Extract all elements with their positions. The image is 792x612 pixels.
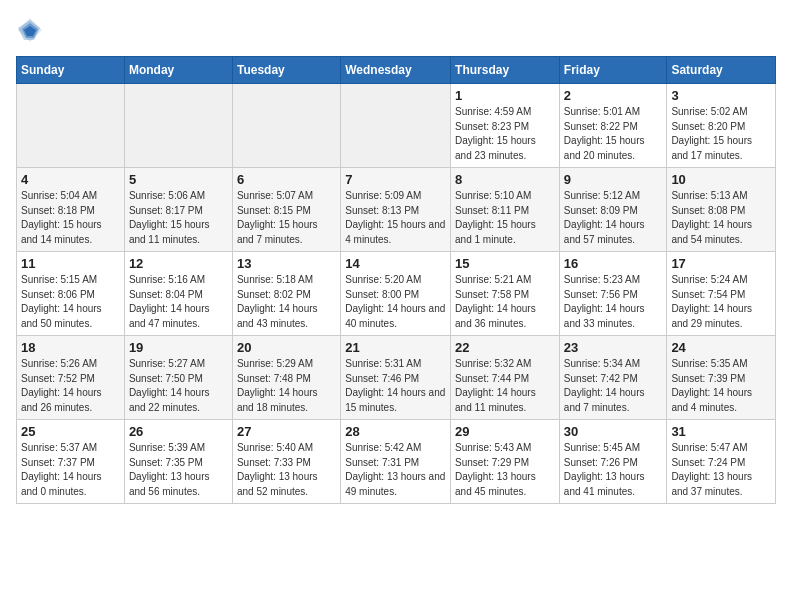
calendar-week-4: 18Sunrise: 5:26 AM Sunset: 7:52 PM Dayli…: [17, 336, 776, 420]
calendar-cell: 2Sunrise: 5:01 AM Sunset: 8:22 PM Daylig…: [559, 84, 667, 168]
calendar-week-2: 4Sunrise: 5:04 AM Sunset: 8:18 PM Daylig…: [17, 168, 776, 252]
day-number: 10: [671, 172, 771, 187]
day-detail: Sunrise: 5:18 AM Sunset: 8:02 PM Dayligh…: [237, 273, 336, 331]
day-header-monday: Monday: [124, 57, 232, 84]
day-header-saturday: Saturday: [667, 57, 776, 84]
calendar-cell: 9Sunrise: 5:12 AM Sunset: 8:09 PM Daylig…: [559, 168, 667, 252]
day-detail: Sunrise: 5:16 AM Sunset: 8:04 PM Dayligh…: [129, 273, 228, 331]
day-header-tuesday: Tuesday: [232, 57, 340, 84]
day-number: 27: [237, 424, 336, 439]
calendar-cell: 23Sunrise: 5:34 AM Sunset: 7:42 PM Dayli…: [559, 336, 667, 420]
day-number: 11: [21, 256, 120, 271]
day-detail: Sunrise: 5:06 AM Sunset: 8:17 PM Dayligh…: [129, 189, 228, 247]
calendar-cell: 5Sunrise: 5:06 AM Sunset: 8:17 PM Daylig…: [124, 168, 232, 252]
day-number: 7: [345, 172, 446, 187]
day-header-sunday: Sunday: [17, 57, 125, 84]
day-number: 19: [129, 340, 228, 355]
calendar-table: SundayMondayTuesdayWednesdayThursdayFrid…: [16, 56, 776, 504]
day-number: 8: [455, 172, 555, 187]
day-number: 20: [237, 340, 336, 355]
calendar-body: 1Sunrise: 4:59 AM Sunset: 8:23 PM Daylig…: [17, 84, 776, 504]
calendar-cell: 21Sunrise: 5:31 AM Sunset: 7:46 PM Dayli…: [341, 336, 451, 420]
calendar-cell: 24Sunrise: 5:35 AM Sunset: 7:39 PM Dayli…: [667, 336, 776, 420]
day-detail: Sunrise: 5:27 AM Sunset: 7:50 PM Dayligh…: [129, 357, 228, 415]
calendar-cell: 31Sunrise: 5:47 AM Sunset: 7:24 PM Dayli…: [667, 420, 776, 504]
calendar-cell: 26Sunrise: 5:39 AM Sunset: 7:35 PM Dayli…: [124, 420, 232, 504]
logo: [16, 16, 48, 44]
day-detail: Sunrise: 5:04 AM Sunset: 8:18 PM Dayligh…: [21, 189, 120, 247]
calendar-cell: 28Sunrise: 5:42 AM Sunset: 7:31 PM Dayli…: [341, 420, 451, 504]
day-detail: Sunrise: 5:29 AM Sunset: 7:48 PM Dayligh…: [237, 357, 336, 415]
day-number: 13: [237, 256, 336, 271]
day-detail: Sunrise: 5:40 AM Sunset: 7:33 PM Dayligh…: [237, 441, 336, 499]
day-header-friday: Friday: [559, 57, 667, 84]
calendar-week-3: 11Sunrise: 5:15 AM Sunset: 8:06 PM Dayli…: [17, 252, 776, 336]
calendar-cell: 3Sunrise: 5:02 AM Sunset: 8:20 PM Daylig…: [667, 84, 776, 168]
day-detail: Sunrise: 5:07 AM Sunset: 8:15 PM Dayligh…: [237, 189, 336, 247]
calendar-cell: 19Sunrise: 5:27 AM Sunset: 7:50 PM Dayli…: [124, 336, 232, 420]
logo-icon: [16, 16, 44, 44]
day-detail: Sunrise: 5:12 AM Sunset: 8:09 PM Dayligh…: [564, 189, 663, 247]
calendar-cell: 27Sunrise: 5:40 AM Sunset: 7:33 PM Dayli…: [232, 420, 340, 504]
calendar-header: SundayMondayTuesdayWednesdayThursdayFrid…: [17, 57, 776, 84]
day-detail: Sunrise: 5:42 AM Sunset: 7:31 PM Dayligh…: [345, 441, 446, 499]
day-detail: Sunrise: 5:02 AM Sunset: 8:20 PM Dayligh…: [671, 105, 771, 163]
day-detail: Sunrise: 5:35 AM Sunset: 7:39 PM Dayligh…: [671, 357, 771, 415]
calendar-cell: 1Sunrise: 4:59 AM Sunset: 8:23 PM Daylig…: [451, 84, 560, 168]
day-number: 28: [345, 424, 446, 439]
calendar-cell: 11Sunrise: 5:15 AM Sunset: 8:06 PM Dayli…: [17, 252, 125, 336]
day-detail: Sunrise: 5:21 AM Sunset: 7:58 PM Dayligh…: [455, 273, 555, 331]
calendar-cell: [124, 84, 232, 168]
day-detail: Sunrise: 5:26 AM Sunset: 7:52 PM Dayligh…: [21, 357, 120, 415]
day-detail: Sunrise: 5:31 AM Sunset: 7:46 PM Dayligh…: [345, 357, 446, 415]
day-number: 25: [21, 424, 120, 439]
day-number: 22: [455, 340, 555, 355]
day-detail: Sunrise: 5:37 AM Sunset: 7:37 PM Dayligh…: [21, 441, 120, 499]
calendar-cell: 30Sunrise: 5:45 AM Sunset: 7:26 PM Dayli…: [559, 420, 667, 504]
day-number: 12: [129, 256, 228, 271]
day-detail: Sunrise: 5:45 AM Sunset: 7:26 PM Dayligh…: [564, 441, 663, 499]
day-detail: Sunrise: 5:15 AM Sunset: 8:06 PM Dayligh…: [21, 273, 120, 331]
day-number: 2: [564, 88, 663, 103]
day-detail: Sunrise: 5:39 AM Sunset: 7:35 PM Dayligh…: [129, 441, 228, 499]
day-detail: Sunrise: 5:23 AM Sunset: 7:56 PM Dayligh…: [564, 273, 663, 331]
day-detail: Sunrise: 5:24 AM Sunset: 7:54 PM Dayligh…: [671, 273, 771, 331]
calendar-cell: [17, 84, 125, 168]
day-header-thursday: Thursday: [451, 57, 560, 84]
day-header-wednesday: Wednesday: [341, 57, 451, 84]
day-number: 1: [455, 88, 555, 103]
day-number: 9: [564, 172, 663, 187]
day-number: 24: [671, 340, 771, 355]
calendar-week-5: 25Sunrise: 5:37 AM Sunset: 7:37 PM Dayli…: [17, 420, 776, 504]
day-number: 31: [671, 424, 771, 439]
day-number: 26: [129, 424, 228, 439]
calendar-cell: 12Sunrise: 5:16 AM Sunset: 8:04 PM Dayli…: [124, 252, 232, 336]
day-detail: Sunrise: 5:20 AM Sunset: 8:00 PM Dayligh…: [345, 273, 446, 331]
day-detail: Sunrise: 5:34 AM Sunset: 7:42 PM Dayligh…: [564, 357, 663, 415]
calendar-cell: 22Sunrise: 5:32 AM Sunset: 7:44 PM Dayli…: [451, 336, 560, 420]
day-number: 6: [237, 172, 336, 187]
day-number: 5: [129, 172, 228, 187]
page-header: [16, 16, 776, 44]
calendar-cell: 10Sunrise: 5:13 AM Sunset: 8:08 PM Dayli…: [667, 168, 776, 252]
day-number: 18: [21, 340, 120, 355]
calendar-cell: 6Sunrise: 5:07 AM Sunset: 8:15 PM Daylig…: [232, 168, 340, 252]
day-detail: Sunrise: 5:09 AM Sunset: 8:13 PM Dayligh…: [345, 189, 446, 247]
calendar-cell: 16Sunrise: 5:23 AM Sunset: 7:56 PM Dayli…: [559, 252, 667, 336]
calendar-cell: 8Sunrise: 5:10 AM Sunset: 8:11 PM Daylig…: [451, 168, 560, 252]
day-detail: Sunrise: 5:43 AM Sunset: 7:29 PM Dayligh…: [455, 441, 555, 499]
day-number: 4: [21, 172, 120, 187]
calendar-cell: 17Sunrise: 5:24 AM Sunset: 7:54 PM Dayli…: [667, 252, 776, 336]
day-number: 30: [564, 424, 663, 439]
calendar-cell: 20Sunrise: 5:29 AM Sunset: 7:48 PM Dayli…: [232, 336, 340, 420]
calendar-cell: [341, 84, 451, 168]
calendar-cell: 25Sunrise: 5:37 AM Sunset: 7:37 PM Dayli…: [17, 420, 125, 504]
day-number: 17: [671, 256, 771, 271]
calendar-cell: 15Sunrise: 5:21 AM Sunset: 7:58 PM Dayli…: [451, 252, 560, 336]
calendar-cell: 18Sunrise: 5:26 AM Sunset: 7:52 PM Dayli…: [17, 336, 125, 420]
calendar-cell: [232, 84, 340, 168]
day-detail: Sunrise: 5:32 AM Sunset: 7:44 PM Dayligh…: [455, 357, 555, 415]
calendar-cell: 4Sunrise: 5:04 AM Sunset: 8:18 PM Daylig…: [17, 168, 125, 252]
day-number: 21: [345, 340, 446, 355]
day-number: 16: [564, 256, 663, 271]
